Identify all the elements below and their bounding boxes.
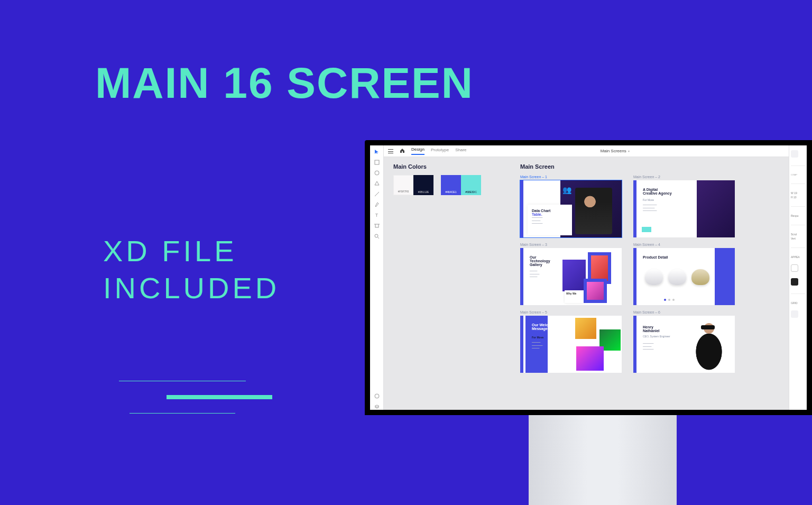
top-bar: Design Prototype Share Main Screens ▾ [384,145,789,157]
artboard-1-title-2: Table. [532,213,568,216]
artboard-2[interactable]: A Digital Creative Agency For Move ━━━━━… [633,180,735,237]
artboard-4-product-3 [691,269,709,285]
artboard-4-product-1 [645,269,663,285]
home-icon[interactable] [400,148,405,154]
artboard-6-sub: CEO, System Engineer [643,335,670,338]
swatch-2[interactable]: #0B112E [413,175,433,195]
rectangle-tool-icon[interactable] [374,159,380,166]
artboard-1-wrap: Main Screen – 1 👥 Data Chart Table. [520,175,622,237]
artboard-6-title: Henry Nathaniel [643,325,670,333]
responsive-label: Respo [791,214,805,217]
height-value[interactable]: 10 [793,196,797,199]
svg-line-7 [377,237,379,239]
chevron-down-icon: ▾ [628,149,630,153]
artboard-2-body: ━━━━━━━━━━━━━━━━━━━━━━━━━━━━━━━━━━━━━ [643,204,690,213]
artboard-3-label[interactable]: Main Screen – 3 [520,243,622,246]
artboard-1[interactable]: 👥 Data Chart Table. ━━━━━━━━━━━━━━━━━━━━… [520,180,622,237]
zoom-tool-icon[interactable] [374,233,380,240]
pen-tool-icon[interactable] [374,201,380,208]
fill-swatch-2-icon[interactable] [791,278,798,286]
svg-rect-3 [375,224,379,227]
artboard-2-label[interactable]: Main Screen – 2 [633,175,735,179]
artboard-1-label[interactable]: Main Screen – 1 [520,175,622,179]
artboard-4-title: Product Detail [643,255,668,259]
artboard-6-body: ━━━━━━━━━━━━━━━━━━━━━━━━━━━━ [643,342,670,351]
hamburger-menu-icon[interactable] [388,149,393,153]
artboard-2-wrap: Main Screen – 2 A Digital Creative Agenc… [633,175,735,237]
artboard-3-why: Why We [565,290,584,303]
colors-section: Main Colors #F9F7F8 #0B112E #464CE1 #68E… [393,163,488,403]
scrolling-value[interactable]: Vert [791,237,805,240]
text-tool-icon[interactable]: T [374,212,380,218]
width-label: W [791,191,793,195]
align-row [791,150,805,158]
artboard-5-sub: For Move [532,336,569,339]
assets-panel-icon[interactable] [374,393,380,399]
swatch-4[interactable]: #68E3DC [461,175,481,195]
component-label: COMP [791,173,805,176]
artboard-4-label[interactable]: Main Screen – 4 [633,243,735,246]
svg-line-2 [375,192,379,196]
artboard-1-title-1: Data Chart [532,209,568,213]
artboard-6[interactable]: Henry Nathaniel CEO, System Engineer ━━━… [633,316,735,373]
artboard-5-title: Our Welcome Message [532,323,569,330]
artboard-5-img-a [575,318,596,339]
artboard-3-wrap: Main Screen – 3 Our Technology Gallery ━… [520,243,622,305]
tool-rail: T [370,145,384,410]
line-tool-icon[interactable] [374,191,380,197]
ellipse-tool-icon[interactable] [374,170,380,176]
swatch-3[interactable]: #464CE1 [441,175,461,195]
artboard-6-wrap: Main Screen – 6 Henry Nathaniel CEO, Sys… [633,310,735,373]
swatch-1[interactable]: #F9F7F8 [393,175,413,195]
screens-section-title: Main Screen [520,163,779,170]
artboard-3-card-c [584,279,607,303]
promo-headline: MAIN 16 SCREEN [95,58,474,108]
artboard-5-wrap: Main Screen – 5 Our Welcome Message For … [520,310,622,373]
xd-app-window: T Design Prototype Share Main Screens ▾ [370,145,807,410]
monitor-stand [529,415,677,505]
tab-share[interactable]: Share [455,148,466,154]
properties-panel: COMP W 19 H 10 Respo Scrol Vert APPEA GR… [789,145,807,410]
artboard-5[interactable]: Our Welcome Message For Move ━━━━━━━━━━━… [520,316,622,373]
svg-rect-0 [375,160,379,164]
artboard-6-glasses [701,325,715,329]
artboard-5-img-c [576,346,604,371]
artboard-6-label[interactable]: Main Screen – 6 [633,310,735,314]
svg-point-8 [375,394,379,398]
screens-section: Main Screen Main Screen – 1 👥 [520,163,779,403]
artboard-5-label[interactable]: Main Screen – 5 [520,310,622,314]
artboard-4-pager [664,299,675,301]
svg-point-1 [375,171,379,175]
artboard-5-body: ━━━━━━━━━━━━━━━━━━━━━━━━━ [532,341,569,350]
align-icon[interactable] [791,150,798,158]
polygon-tool-icon[interactable] [374,180,380,187]
artboard-2-title: A Digital Creative Agency [643,188,690,195]
artboard-3[interactable]: Our Technology Gallery ━━━━━━━━━━━━━━━━━… [520,248,622,305]
grid-label: GRID [791,301,805,305]
grid-toggle-icon[interactable] [791,310,798,318]
artboard-4-product-2 [668,269,686,285]
artboard-2-badge [642,227,651,232]
height-label: H [791,196,793,199]
swatch-row: #F9F7F8 #0B112E #464CE1 #68E3DC [393,175,488,195]
artboard-4-sidepanel [715,248,735,305]
fill-swatch-icon[interactable] [791,264,798,272]
monitor-frame: T Design Prototype Share Main Screens ▾ [365,140,812,415]
scrolling-label: Scrol [791,233,805,236]
artboard-tool-icon[interactable] [374,223,380,229]
document-title-text: Main Screens [601,149,626,153]
tab-design[interactable]: Design [411,147,425,155]
colors-section-title: Main Colors [393,163,488,170]
design-canvas[interactable]: Main Colors #F9F7F8 #0B112E #464CE1 #68E… [384,157,789,410]
artboard-3-card-a [562,260,586,291]
artboard-3-body: ━━━━━━━━━━━━━━━━━━━━━━━ [530,270,557,279]
width-value[interactable]: 19 [794,191,797,195]
size-row: W 19 H 10 [791,191,805,199]
artboard-3-title: Our Technology Gallery [530,255,557,267]
select-tool-icon[interactable] [374,149,380,155]
artboard-4[interactable]: Product Detail [633,248,735,305]
promo-subhead: XD FILE INCLUDED [103,233,280,307]
document-title[interactable]: Main Screens ▾ [601,149,630,153]
layers-panel-icon[interactable] [374,403,380,410]
tab-prototype[interactable]: Prototype [431,148,449,154]
